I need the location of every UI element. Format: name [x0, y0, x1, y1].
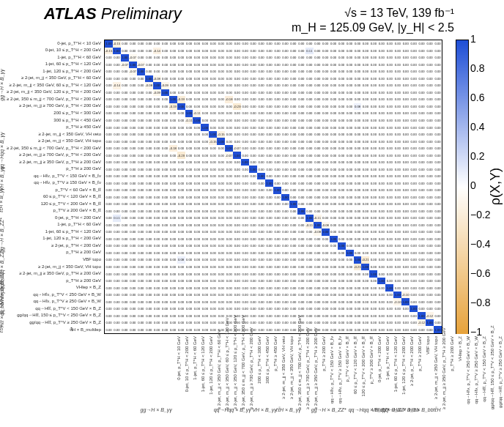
- heatmap-cell: 0.00: [185, 131, 193, 138]
- heatmap-cell: 0.00: [385, 40, 393, 48]
- heatmap-cell: 0.00: [330, 298, 338, 305]
- heatmap-cell: 0.00: [265, 117, 273, 125]
- heatmap-cell: 0.00: [281, 179, 289, 187]
- heatmap-cell: 0.00: [281, 215, 289, 222]
- colorbar-tick: −0.8: [470, 297, 491, 308]
- heatmap-cell: 0.00: [241, 89, 249, 97]
- heatmap-cell: 0.00: [385, 256, 393, 264]
- heatmap-cell: 0.00: [241, 48, 249, 55]
- heatmap-cell: 0.00: [129, 75, 137, 83]
- heatmap-cell: 0.00: [354, 187, 362, 194]
- heatmap-cell: -0.11: [305, 222, 314, 229]
- heatmap-cell: 0.00: [354, 305, 362, 313]
- heatmap-cell: 0.00: [241, 152, 249, 159]
- heatmap-cell: 0.00: [281, 319, 289, 327]
- heatmap-cell: 0.00: [322, 208, 330, 215]
- heatmap-cell: 0.00: [225, 89, 233, 97]
- heatmap-cell: 0.00: [217, 270, 225, 278]
- heatmap-cell: 0.00: [225, 292, 233, 299]
- heatmap-cell: 0.00: [177, 250, 185, 257]
- heatmap-cell: 0.00: [249, 284, 257, 292]
- heatmap-cell: 0.00: [297, 278, 305, 285]
- heatmap-cell: 0.00: [105, 68, 113, 75]
- heatmap-cell: 0.00: [145, 145, 153, 152]
- heatmap-cell: 1.00: [281, 194, 289, 201]
- heatmap-cell: 0.00: [361, 40, 369, 48]
- heatmap-cell: 0.00: [314, 208, 322, 215]
- heatmap-cell: 1.00: [113, 48, 121, 55]
- x-bin-label: qq→Hℓℓ, p_T^V < 150 GeV × B_Z: [482, 336, 486, 409]
- heatmap-cell: 0.00: [129, 229, 137, 236]
- heatmap-cell: 0.00: [249, 96, 257, 103]
- heatmap-cell: 0.00: [177, 145, 185, 152]
- heatmap-cell: 0.00: [217, 264, 225, 271]
- heatmap-cell: 0.00: [113, 278, 121, 285]
- heatmap-cell: 0.00: [354, 145, 362, 152]
- heatmap-cell: 0.00: [145, 159, 153, 166]
- heatmap-cell: 0.00: [426, 201, 434, 208]
- heatmap-cell: 0.00: [265, 312, 273, 319]
- heatmap-cell: 0.00: [113, 68, 121, 75]
- heatmap-cell: 0.00: [401, 222, 410, 229]
- heatmap-cell: 0.00: [161, 124, 169, 131]
- heatmap-cell: 0.00: [121, 152, 129, 159]
- heatmap-cell: 0.00: [153, 152, 161, 159]
- heatmap-cell: 0.00: [330, 145, 338, 152]
- heatmap-cell: 0.00: [434, 284, 442, 292]
- heatmap-cell: 0.00: [314, 201, 322, 208]
- heatmap-cell: 0.00: [161, 40, 169, 48]
- heatmap-cell: 0.00: [201, 319, 209, 327]
- heatmap-cell: 1.00: [193, 117, 201, 125]
- heatmap-cell: 0.00: [161, 117, 169, 125]
- x-bin-label: gg/qq→Hℓℓ, p_T^V ≥ 250 GeV × B_Z: [498, 336, 503, 409]
- heatmap-cell: 0.00: [113, 319, 121, 327]
- heatmap-cell: 0.00: [105, 96, 113, 103]
- colorbar-axis-label-text: ρ(X,Y): [489, 167, 504, 204]
- heatmap-cell: 0.00: [305, 96, 314, 103]
- heatmap-cell: 0.00: [322, 82, 330, 89]
- heatmap-cell: 0.00: [193, 270, 201, 278]
- x-bin-label: 1-jet, 120 ≤ p_T^H < 200 GeV: [209, 336, 213, 409]
- heatmap-cell: 0.00: [385, 229, 393, 236]
- heatmap-cell: 0.00: [113, 250, 121, 257]
- heatmap-cell: 0.00: [401, 284, 410, 292]
- heatmap-cell: 1.00: [161, 89, 169, 97]
- heatmap-cell: 0.00: [273, 173, 281, 180]
- heatmap-cell: 0.00: [330, 278, 338, 285]
- heatmap-cell: 0.00: [273, 166, 281, 173]
- heatmap-cell: 0.00: [289, 145, 297, 152]
- heatmap-cell: 0.00: [330, 242, 338, 250]
- heatmap-cell: 0.00: [169, 194, 177, 201]
- heatmap-cell: 0.00: [185, 208, 193, 215]
- heatmap-cell: 0.00: [377, 250, 385, 257]
- heatmap-cell: 0.00: [289, 124, 297, 131]
- heatmap-cell: 0.00: [137, 110, 145, 117]
- heatmap-cell: -0.23: [177, 152, 185, 159]
- heatmap-cell: 0.00: [233, 278, 241, 285]
- heatmap-cell: 0.00: [354, 75, 362, 83]
- heatmap-cell: 0.00: [297, 82, 305, 89]
- heatmap-cell: 0.00: [265, 264, 273, 271]
- heatmap-cell: 0.00: [153, 256, 161, 264]
- heatmap-cell: 0.00: [153, 54, 161, 62]
- heatmap-cell: 0.00: [281, 187, 289, 194]
- heatmap-cell: 0.00: [161, 208, 169, 215]
- heatmap-cell: 0.00: [265, 278, 273, 285]
- heatmap-cell: 0.00: [185, 305, 193, 313]
- heatmap-cell: 0.00: [377, 152, 385, 159]
- y-bin-label: VBF topo: [83, 257, 101, 261]
- heatmap-cell: 0.00: [129, 326, 137, 333]
- heatmap-cell: 0.00: [426, 278, 434, 285]
- heatmap-cell: 0.00: [418, 89, 426, 97]
- heatmap-cell: 0.00: [410, 54, 418, 62]
- heatmap-cell: 0.00: [105, 89, 113, 97]
- heatmap-cell: 0.00: [265, 229, 273, 236]
- heatmap-cell: 0.00: [257, 208, 265, 215]
- heatmap-cell: 0.00: [241, 201, 249, 208]
- heatmap-cell: 0.00: [289, 208, 297, 215]
- heatmap-cell: 0.00: [105, 187, 113, 194]
- heatmap-cell: 0.00: [113, 103, 121, 111]
- heatmap-cell: 0.00: [169, 326, 177, 333]
- heatmap-cell: 0.00: [410, 215, 418, 222]
- heatmap-cell: 0.00: [209, 256, 217, 264]
